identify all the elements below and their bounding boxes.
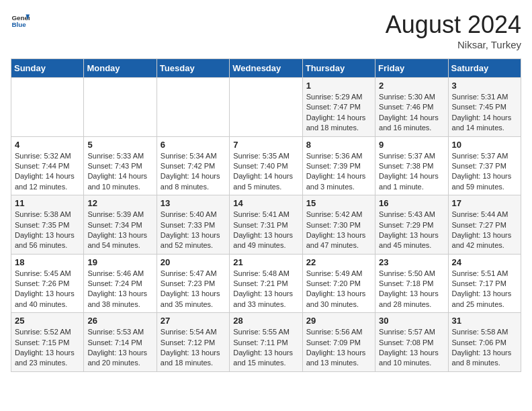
weekday-header-friday: Friday <box>375 59 448 78</box>
day-number: 3 <box>452 81 517 91</box>
title-block: August 2024 Niksar, Turkey <box>386 11 521 50</box>
day-info: Sunrise: 5:43 AM Sunset: 7:29 PM Dayligh… <box>379 210 444 251</box>
day-info: Sunrise: 5:49 AM Sunset: 7:20 PM Dayligh… <box>306 269 371 310</box>
day-info: Sunrise: 5:36 AM Sunset: 7:39 PM Dayligh… <box>306 151 371 193</box>
day-number: 23 <box>379 257 444 267</box>
day-number: 13 <box>161 198 226 208</box>
day-info: Sunrise: 5:56 AM Sunset: 7:09 PM Dayligh… <box>306 327 371 369</box>
calendar-cell: 2Sunrise: 5:30 AM Sunset: 7:46 PM Daylig… <box>375 78 448 137</box>
calendar-cell: 25Sunrise: 5:52 AM Sunset: 7:15 PM Dayli… <box>11 313 84 372</box>
weekday-header-wednesday: Wednesday <box>230 59 302 78</box>
calendar-cell: 3Sunrise: 5:31 AM Sunset: 7:45 PM Daylig… <box>448 78 521 137</box>
day-info: Sunrise: 5:55 AM Sunset: 7:11 PM Dayligh… <box>233 327 298 369</box>
weekday-header-monday: Monday <box>84 59 157 78</box>
calendar-cell: 28Sunrise: 5:55 AM Sunset: 7:11 PM Dayli… <box>230 313 302 372</box>
calendar-cell <box>11 78 84 137</box>
day-number: 1 <box>306 81 371 91</box>
day-info: Sunrise: 5:42 AM Sunset: 7:30 PM Dayligh… <box>306 210 371 251</box>
calendar-cell: 9Sunrise: 5:37 AM Sunset: 7:38 PM Daylig… <box>375 136 448 195</box>
day-number: 8 <box>306 140 371 150</box>
day-number: 12 <box>87 198 152 208</box>
calendar-cell: 12Sunrise: 5:39 AM Sunset: 7:34 PM Dayli… <box>84 195 157 255</box>
day-info: Sunrise: 5:54 AM Sunset: 7:12 PM Dayligh… <box>161 327 226 369</box>
logo: General Blue <box>11 11 30 30</box>
calendar-cell: 1Sunrise: 5:29 AM Sunset: 7:47 PM Daylig… <box>302 78 375 137</box>
day-info: Sunrise: 5:46 AM Sunset: 7:24 PM Dayligh… <box>87 269 152 310</box>
day-info: Sunrise: 5:35 AM Sunset: 7:40 PM Dayligh… <box>233 151 298 193</box>
calendar-cell: 26Sunrise: 5:53 AM Sunset: 7:14 PM Dayli… <box>84 313 157 372</box>
day-number: 29 <box>306 316 371 326</box>
day-number: 4 <box>15 140 80 150</box>
calendar-cell: 29Sunrise: 5:56 AM Sunset: 7:09 PM Dayli… <box>302 313 375 372</box>
calendar-cell: 30Sunrise: 5:57 AM Sunset: 7:08 PM Dayli… <box>375 313 448 372</box>
page-header: General Blue August 2024 Niksar, Turkey <box>11 11 521 50</box>
calendar-week-2: 4Sunrise: 5:32 AM Sunset: 7:44 PM Daylig… <box>11 136 521 195</box>
day-number: 31 <box>452 316 517 326</box>
day-info: Sunrise: 5:37 AM Sunset: 7:37 PM Dayligh… <box>452 151 517 193</box>
weekday-header-thursday: Thursday <box>302 59 375 78</box>
calendar-cell: 11Sunrise: 5:38 AM Sunset: 7:35 PM Dayli… <box>11 195 84 255</box>
day-info: Sunrise: 5:39 AM Sunset: 7:34 PM Dayligh… <box>87 210 152 251</box>
day-info: Sunrise: 5:30 AM Sunset: 7:46 PM Dayligh… <box>379 92 444 134</box>
calendar-cell: 15Sunrise: 5:42 AM Sunset: 7:30 PM Dayli… <box>302 195 375 255</box>
calendar-cell: 20Sunrise: 5:47 AM Sunset: 7:23 PM Dayli… <box>157 254 229 313</box>
day-info: Sunrise: 5:33 AM Sunset: 7:43 PM Dayligh… <box>87 151 152 193</box>
day-info: Sunrise: 5:45 AM Sunset: 7:26 PM Dayligh… <box>15 269 80 310</box>
day-number: 6 <box>161 140 226 150</box>
day-info: Sunrise: 5:32 AM Sunset: 7:44 PM Dayligh… <box>15 151 80 193</box>
calendar-cell: 8Sunrise: 5:36 AM Sunset: 7:39 PM Daylig… <box>302 136 375 195</box>
weekday-header-row: SundayMondayTuesdayWednesdayThursdayFrid… <box>11 59 521 78</box>
calendar-cell: 21Sunrise: 5:48 AM Sunset: 7:21 PM Dayli… <box>230 254 302 313</box>
calendar-cell: 22Sunrise: 5:49 AM Sunset: 7:20 PM Dayli… <box>302 254 375 313</box>
day-number: 11 <box>15 198 80 208</box>
day-info: Sunrise: 5:38 AM Sunset: 7:35 PM Dayligh… <box>15 210 80 251</box>
month-year: August 2024 <box>386 11 521 39</box>
svg-text:Blue: Blue <box>11 21 26 28</box>
day-number: 27 <box>161 316 226 326</box>
logo-icon: General Blue <box>11 11 30 30</box>
day-number: 30 <box>379 316 444 326</box>
calendar-cell: 18Sunrise: 5:45 AM Sunset: 7:26 PM Dayli… <box>11 254 84 313</box>
day-number: 18 <box>15 257 80 267</box>
day-number: 24 <box>452 257 517 267</box>
day-info: Sunrise: 5:41 AM Sunset: 7:31 PM Dayligh… <box>233 210 298 251</box>
calendar-week-5: 25Sunrise: 5:52 AM Sunset: 7:15 PM Dayli… <box>11 313 521 372</box>
day-info: Sunrise: 5:47 AM Sunset: 7:23 PM Dayligh… <box>161 269 226 310</box>
day-number: 14 <box>233 198 298 208</box>
day-number: 5 <box>87 140 152 150</box>
day-number: 25 <box>15 316 80 326</box>
day-number: 20 <box>161 257 226 267</box>
day-info: Sunrise: 5:34 AM Sunset: 7:42 PM Dayligh… <box>161 151 226 193</box>
calendar-cell <box>157 78 229 137</box>
day-info: Sunrise: 5:51 AM Sunset: 7:17 PM Dayligh… <box>452 269 517 310</box>
day-number: 9 <box>379 140 444 150</box>
weekday-header-tuesday: Tuesday <box>157 59 229 78</box>
calendar-cell: 24Sunrise: 5:51 AM Sunset: 7:17 PM Dayli… <box>448 254 521 313</box>
day-info: Sunrise: 5:50 AM Sunset: 7:18 PM Dayligh… <box>379 269 444 310</box>
day-info: Sunrise: 5:31 AM Sunset: 7:45 PM Dayligh… <box>452 92 517 134</box>
calendar-cell: 19Sunrise: 5:46 AM Sunset: 7:24 PM Dayli… <box>84 254 157 313</box>
day-number: 19 <box>87 257 152 267</box>
calendar-week-3: 11Sunrise: 5:38 AM Sunset: 7:35 PM Dayli… <box>11 195 521 255</box>
calendar-cell: 13Sunrise: 5:40 AM Sunset: 7:33 PM Dayli… <box>157 195 229 255</box>
day-number: 7 <box>233 140 298 150</box>
calendar-cell: 23Sunrise: 5:50 AM Sunset: 7:18 PM Dayli… <box>375 254 448 313</box>
calendar-cell <box>84 78 157 137</box>
day-info: Sunrise: 5:40 AM Sunset: 7:33 PM Dayligh… <box>161 210 226 251</box>
day-info: Sunrise: 5:58 AM Sunset: 7:06 PM Dayligh… <box>452 327 517 369</box>
calendar-cell <box>230 78 302 137</box>
calendar-cell: 5Sunrise: 5:33 AM Sunset: 7:43 PM Daylig… <box>84 136 157 195</box>
location: Niksar, Turkey <box>386 39 521 50</box>
calendar-cell: 14Sunrise: 5:41 AM Sunset: 7:31 PM Dayli… <box>230 195 302 255</box>
day-info: Sunrise: 5:44 AM Sunset: 7:27 PM Dayligh… <box>452 210 517 251</box>
day-number: 22 <box>306 257 371 267</box>
day-number: 28 <box>233 316 298 326</box>
day-number: 17 <box>452 198 517 208</box>
day-info: Sunrise: 5:29 AM Sunset: 7:47 PM Dayligh… <box>306 92 371 134</box>
calendar-cell: 10Sunrise: 5:37 AM Sunset: 7:37 PM Dayli… <box>448 136 521 195</box>
calendar-cell: 27Sunrise: 5:54 AM Sunset: 7:12 PM Dayli… <box>157 313 229 372</box>
calendar-table: SundayMondayTuesdayWednesdayThursdayFrid… <box>11 58 521 372</box>
day-number: 2 <box>379 81 444 91</box>
calendar-cell: 4Sunrise: 5:32 AM Sunset: 7:44 PM Daylig… <box>11 136 84 195</box>
calendar-cell: 7Sunrise: 5:35 AM Sunset: 7:40 PM Daylig… <box>230 136 302 195</box>
